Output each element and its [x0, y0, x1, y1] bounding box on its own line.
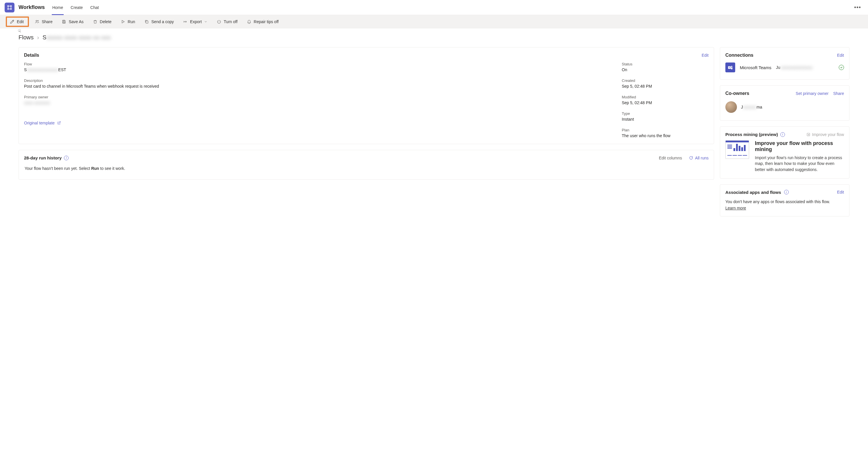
tab-create[interactable]: Create	[70, 0, 83, 15]
coowners-header: Co-owners Set primary owner Share	[725, 91, 844, 96]
status-value: On	[622, 67, 709, 72]
copy-icon	[144, 20, 149, 24]
breadcrumb-flows[interactable]: Flows	[19, 34, 34, 41]
info-icon[interactable]: i	[784, 190, 789, 194]
bell-icon	[247, 20, 251, 24]
edit-label: Edit	[17, 20, 24, 24]
chevron-down-icon	[204, 20, 208, 24]
pm-header: Process mining (preview) i Improve your …	[725, 132, 844, 137]
description-label: Description	[24, 79, 610, 83]
primary-owner-value: aaaa aaaaaaa	[24, 100, 610, 105]
pm-body: Improve your flow with process mining Im…	[725, 137, 844, 173]
open-icon	[57, 121, 61, 125]
export-label: Export	[190, 20, 202, 24]
type-value: Instant	[622, 117, 709, 122]
svg-point-17	[731, 66, 732, 67]
info-icon[interactable]: i	[780, 132, 785, 137]
tab-home[interactable]: Home	[52, 0, 64, 15]
details-card: Details Edit Flow SaaaaaaaaaaaaaaEST Des…	[19, 47, 714, 144]
coowners-share-link[interactable]: Share	[833, 91, 844, 96]
run-label: Run	[128, 20, 135, 24]
run-history-empty: Your flow hasn't been run yet. Select Ru…	[24, 160, 709, 174]
connection-account: Juaaaaaaaaaaaaaa	[776, 65, 834, 70]
delete-button[interactable]: Delete	[89, 18, 115, 26]
top-nav: Workflows Home Create Chat •••	[0, 0, 868, 15]
primary-owner-label: Primary owner	[24, 95, 610, 99]
owner-row: Jaaaaaama	[725, 98, 844, 115]
coowners-title: Co-owners	[725, 91, 749, 96]
export-button[interactable]: Export	[180, 18, 211, 26]
all-runs-link[interactable]: All runs	[689, 156, 709, 160]
export-icon	[183, 20, 188, 24]
connections-header: Connections Edit	[725, 53, 844, 58]
process-mining-card: Process mining (preview) i Improve your …	[720, 126, 849, 179]
run-button[interactable]: Run	[117, 18, 138, 26]
toolbar: Edit Share Save As Delete Run Send a cop…	[0, 15, 868, 28]
associated-body: You don't have any apps or flows associa…	[725, 197, 844, 210]
power-icon	[217, 20, 221, 24]
details-edit-link[interactable]: Edit	[702, 53, 709, 58]
svg-point-3	[10, 8, 11, 9]
share-label: Share	[42, 20, 52, 24]
svg-point-2	[7, 8, 9, 9]
svg-rect-10	[63, 20, 65, 21]
more-button[interactable]: •••	[852, 2, 863, 13]
svg-point-9	[38, 20, 38, 21]
connections-edit-link[interactable]: Edit	[837, 53, 844, 58]
main-column: Details Edit Flow SaaaaaaaaaaaaaaEST Des…	[19, 47, 714, 180]
tab-chat[interactable]: Chat	[90, 0, 99, 15]
connection-name: Microsoft Teams	[740, 65, 771, 70]
field-flow: Flow SaaaaaaaaaaaaaaEST	[24, 62, 610, 72]
improve-flow-link[interactable]: Improve your flow	[806, 132, 844, 137]
pm-card-title: Improve your flow with process mining	[755, 140, 844, 153]
trash-icon	[93, 20, 97, 24]
save-as-button[interactable]: Save As	[58, 18, 87, 26]
share-button[interactable]: Share	[31, 18, 56, 26]
associated-edit-link[interactable]: Edit	[837, 190, 844, 194]
breadcrumb-current: Saaaaa aaaa aaaa aa aaa	[42, 34, 111, 41]
svg-point-8	[36, 20, 37, 22]
chevron-right-icon: ›	[37, 34, 39, 41]
turn-off-button[interactable]: Turn off	[213, 18, 241, 26]
flow-label: Flow	[24, 62, 610, 66]
status-label: Status	[622, 62, 709, 66]
field-type: Type Instant	[622, 112, 709, 122]
send-copy-button[interactable]: Send a copy	[141, 18, 177, 26]
connection-item[interactable]: T Microsoft Teams Juaaaaaaaaaaaaaa	[725, 60, 844, 73]
field-plan: Plan The user who runs the flow	[622, 128, 709, 138]
field-primary-owner: Primary owner aaaa aaaaaaa	[24, 95, 610, 105]
people-icon	[35, 20, 39, 24]
set-primary-owner-link[interactable]: Set primary owner	[796, 91, 829, 96]
svg-rect-12	[146, 21, 148, 23]
repair-tips-button[interactable]: Repair tips off	[243, 18, 282, 26]
description-value: Post card to channel in Microsoft Teams …	[24, 84, 610, 89]
run-history-header: 28-day run history i Edit columns All ru…	[24, 155, 709, 160]
pm-title: Process mining (preview)	[725, 132, 778, 137]
teams-icon: T	[725, 62, 735, 72]
edit-button[interactable]: Edit	[6, 17, 29, 27]
pencil-icon	[10, 20, 14, 24]
associated-card: Associated apps and flows i Edit You don…	[720, 184, 849, 216]
field-description: Description Post card to channel in Micr…	[24, 79, 610, 89]
connections-title: Connections	[725, 53, 753, 58]
plan-value: The user who runs the flow	[622, 133, 709, 138]
app-title: Workflows	[19, 4, 45, 10]
type-label: Type	[622, 112, 709, 116]
created-label: Created	[622, 79, 709, 83]
field-status: Status On	[622, 62, 709, 72]
svg-point-0	[7, 5, 9, 7]
associated-text: You don't have any apps or flows associa…	[725, 199, 844, 204]
learn-more-link[interactable]: Learn more	[725, 206, 746, 210]
modified-value: Sep 5, 02:48 PM	[622, 100, 709, 105]
svg-rect-11	[63, 22, 65, 23]
pm-thumbnail	[725, 140, 749, 159]
breadcrumb: Flows › Saaaaa aaaa aaaa aa aaa	[0, 28, 868, 42]
flow-value: SaaaaaaaaaaaaaaEST	[24, 67, 610, 72]
modified-label: Modified	[622, 95, 709, 99]
edit-columns-link[interactable]: Edit columns	[659, 156, 682, 160]
nav-tabs: Home Create Chat	[52, 0, 852, 15]
coowners-card: Co-owners Set primary owner Share Jaaaaa…	[720, 85, 849, 121]
info-icon[interactable]: i	[64, 156, 69, 160]
plan-label: Plan	[622, 128, 709, 132]
original-template-link[interactable]: Original template	[24, 121, 610, 125]
